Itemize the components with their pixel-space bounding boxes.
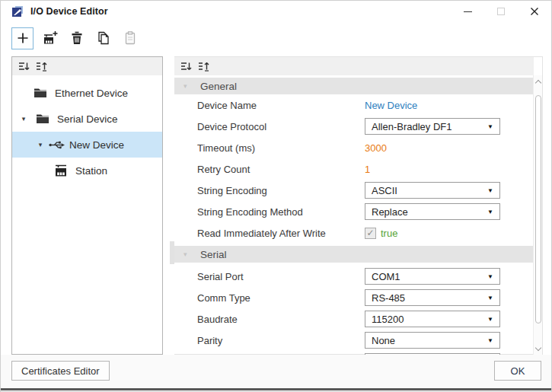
paste-device-button[interactable] [120,28,140,48]
title-bar: I/O Device Editor [1,1,551,22]
minimize-icon [464,11,472,12]
prop-label: Parity [197,335,365,346]
tree-item-station[interactable]: Station [12,158,162,183]
caret-down-icon[interactable]: ▾ [35,141,46,148]
maximize-button[interactable] [484,1,518,22]
prop-row-serial-port: Serial Port COM1 ▼ [174,266,534,287]
window-bottom-edge [1,388,551,390]
folder-icon [36,113,49,124]
dropdown-arrow-icon: ▼ [487,337,493,344]
station-plus-icon [42,30,59,46]
window-title: I/O Device Editor [30,6,108,17]
collapse-all-icon[interactable] [180,60,192,72]
properties-scrollbar[interactable] [533,75,542,355]
dropdown-arrow-icon: ▼ [487,295,493,301]
prop-label: Device Protocol [197,121,365,132]
certificates-editor-button[interactable]: Certificates Editor [11,361,110,381]
add-device-button[interactable] [11,27,34,49]
folder-icon [34,88,47,98]
prop-row-baudrate: Baudrate 115200 ▼ [174,308,534,330]
properties-list: ▾ General Device Name New Device Device … [174,75,534,355]
dropdown-arrow-icon: ▼ [487,123,493,130]
prop-label: String Encoding Method [197,206,365,218]
tree-item-serial-device[interactable]: ▾ Serial Device [12,106,162,132]
prop-row-string-encoding-method: String Encoding Method Replace ▼ [174,201,534,222]
caret-down-icon[interactable]: ▾ [18,115,29,123]
prop-label: Serial Port [197,271,365,282]
properties-panel-header [174,57,534,75]
tree-panel-header [12,57,162,75]
scrollbar-thumb[interactable] [535,95,541,323]
prop-row-timeout: Timeout (ms) 3000 [174,137,534,158]
timeout-value[interactable]: 3000 [365,142,387,154]
io-device-editor-window: I/O Device Editor [0,0,552,392]
ok-button[interactable]: OK [494,361,541,381]
prop-row-retry-count: Retry Count 1 [174,158,534,180]
parity-dropdown[interactable]: None ▼ [365,332,500,349]
dropdown-arrow-icon: ▼ [487,273,493,280]
dropdown-value: 115200 [372,314,404,325]
copy-device-button[interactable] [94,28,113,48]
delete-device-button[interactable] [67,28,87,48]
expand-all-icon[interactable] [197,60,209,72]
prop-label: Read Immediately After Write [197,228,365,239]
tree-item-label: Station [75,165,107,177]
string-encoding-dropdown[interactable]: ASCII ▼ [365,182,500,199]
prop-label: Timeout (ms) [197,142,365,154]
properties-panel: ▾ General Device Name New Device Device … [174,56,543,355]
section-caret-icon: ▾ [183,82,196,90]
prop-label: Comm Type [197,292,365,304]
dropdown-value: Replace [372,206,408,218]
expand-all-icon[interactable] [35,60,47,72]
device-name-value[interactable]: New Device [365,100,417,111]
scroll-up-icon[interactable] [534,77,543,86]
prop-label: Device Name [197,100,365,111]
baudrate-dropdown[interactable]: 115200 ▼ [365,311,500,327]
maximize-icon [497,8,505,15]
trash-icon [69,30,85,46]
app-logo-icon [11,5,24,18]
prop-row-read-immediately: Read Immediately After Write ✓ true [174,222,534,244]
device-protocol-dropdown[interactable]: Allen-Bradley DF1 ▼ [365,118,500,135]
prop-label: String Encoding [197,185,365,196]
section-title: Serial [200,249,227,260]
scroll-down-icon[interactable] [534,344,543,353]
tree-item-ethernet-device[interactable]: Ethernet Device [12,80,162,106]
section-header-general[interactable]: ▾ General [174,78,534,94]
add-station-button[interactable] [40,28,60,48]
tree-item-label: Serial Device [57,113,118,125]
device-tree-panel: Ethernet Device ▾ Serial Device ▾ [11,56,163,355]
serial-port-dropdown[interactable]: COM1 ▼ [365,268,500,285]
read-immediately-checkbox[interactable]: ✓ [365,228,376,239]
close-button[interactable] [518,1,551,22]
usb-icon [49,140,65,150]
copy-icon [96,30,111,46]
prop-label: Baudrate [197,314,365,325]
prop-label: Retry Count [197,164,365,175]
section-header-serial[interactable]: ▾ Serial [174,246,534,263]
retry-count-value[interactable]: 1 [365,164,370,175]
window-controls [451,1,551,22]
minimize-button[interactable] [451,1,484,22]
dropdown-value: None [372,335,395,346]
string-encoding-method-dropdown[interactable]: Replace ▼ [365,203,500,220]
toolbar [11,27,140,49]
station-icon [53,164,69,177]
dropdown-arrow-icon: ▼ [487,209,493,215]
dropdown-value: Allen-Bradley DF1 [372,121,452,132]
prop-row-string-encoding: String Encoding ASCII ▼ [174,180,534,201]
checkbox-value-label: true [381,228,397,239]
plus-icon [16,31,30,45]
dropdown-value: ASCII [372,185,397,196]
dropdown-value: RS-485 [372,292,405,304]
dropdown-arrow-icon: ▼ [487,187,493,194]
section-caret-icon: ▾ [183,250,196,258]
device-tree: Ethernet Device ▾ Serial Device ▾ [12,75,162,183]
tree-item-new-device[interactable]: ▾ New Device [12,132,162,158]
collapse-all-icon[interactable] [18,60,30,72]
prop-row-parity: Parity None ▼ [174,330,534,351]
comm-type-dropdown[interactable]: RS-485 ▼ [365,289,500,306]
prop-row-device-name: Device Name New Device [174,94,534,116]
prop-row-device-protocol: Device Protocol Allen-Bradley DF1 ▼ [174,116,534,137]
tree-item-label: New Device [69,139,124,151]
